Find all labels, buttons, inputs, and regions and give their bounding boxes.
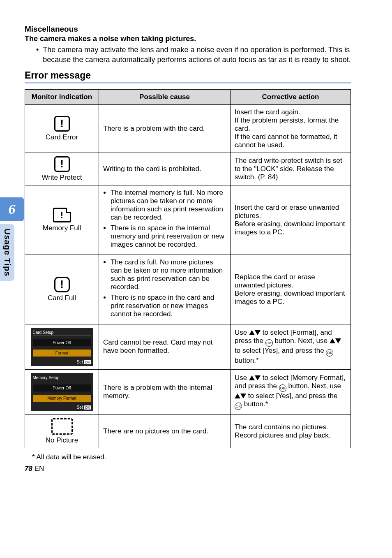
misc-bullet-text: The camera may activate the lens and mak… xyxy=(43,45,351,65)
cause-text: Card cannot be read. Card may not have b… xyxy=(99,324,231,369)
page-lang: EN xyxy=(35,465,44,472)
misc-bullet: • The camera may activate the lens and m… xyxy=(36,45,351,65)
warning-memory-icon: ! xyxy=(53,208,71,222)
footnote: * All data will be erased. xyxy=(32,453,351,461)
page-footer: 78 EN xyxy=(25,465,44,473)
screen-row: Power Off xyxy=(33,339,91,346)
action-text: Use to select [Format], and press the OK… xyxy=(231,324,351,369)
table-row: ! Write Protect Writing to the card is p… xyxy=(25,153,351,185)
cause-text: There is a problem with the internal mem… xyxy=(99,369,231,414)
bullet-icon: • xyxy=(36,45,39,65)
memory-setup-screen-icon: Memory Setup Power Off Memory Format Set… xyxy=(31,373,93,411)
monitor-label: No Picture xyxy=(46,436,78,445)
up-triangle-icon xyxy=(330,338,335,343)
screen-row-selected: Memory Format xyxy=(33,395,91,402)
cause-text: The internal memory is full. No more pic… xyxy=(99,185,231,255)
misc-heading: Miscellaneous xyxy=(25,25,351,34)
down-triangle-icon xyxy=(240,394,246,398)
col-header-monitor: Monitor indication xyxy=(25,89,99,104)
side-chapter-tab: 6 Usage Tips xyxy=(0,197,24,281)
action-text: The card write-protect switch is set to … xyxy=(231,153,351,185)
action-text: Replace the card or erase unwanted pictu… xyxy=(231,255,351,324)
cause-text: The card is full. No more pictures can b… xyxy=(99,255,231,324)
card-setup-screen-icon: Card Setup Power Off Format Set OK xyxy=(31,328,93,366)
warning-card-icon: ! xyxy=(54,277,70,292)
table-row: ! Memory Full The internal memory is ful… xyxy=(25,185,351,255)
cause-text: Writing to the card is prohibited. xyxy=(99,153,231,185)
down-triangle-icon xyxy=(335,338,341,343)
screen-foot-label: Set xyxy=(77,405,83,410)
monitor-label: Write Protect xyxy=(42,174,82,182)
warning-card-icon: ! xyxy=(54,156,70,172)
monitor-label: Memory Full xyxy=(43,224,81,232)
screen-title: Memory Setup xyxy=(33,375,60,380)
page-number: 78 xyxy=(25,465,32,472)
monitor-label: Card Full xyxy=(48,294,76,302)
col-header-cause: Possible cause xyxy=(99,89,231,104)
action-text: Insert the card again. If the problem pe… xyxy=(231,104,351,153)
down-triangle-icon xyxy=(255,330,261,335)
chapter-number: 6 xyxy=(0,197,24,221)
warning-card-icon: ! xyxy=(54,116,70,132)
up-triangle-icon xyxy=(249,330,255,335)
no-picture-icon xyxy=(51,418,73,435)
cause-text: There are no pictures on the card. xyxy=(99,414,231,448)
monitor-label: Card Error xyxy=(46,133,78,141)
table-row: ! Card Error There is a problem with the… xyxy=(25,104,351,153)
col-header-action: Corrective action xyxy=(231,89,351,104)
up-triangle-icon xyxy=(249,375,255,380)
up-triangle-icon xyxy=(235,394,240,398)
ok-pill-icon: OK xyxy=(84,405,91,410)
screen-row-selected: Format xyxy=(33,350,91,357)
ok-button-icon: OK xyxy=(235,403,242,410)
action-text: Use to select [Memory Format], and press… xyxy=(231,369,351,414)
screen-title: Card Setup xyxy=(33,330,54,335)
misc-subhead: The camera makes a noise when taking pic… xyxy=(25,35,351,43)
table-row: No Picture There are no pictures on the … xyxy=(25,414,351,448)
down-triangle-icon xyxy=(255,375,261,380)
action-text: Insert the card or erase unwanted pictur… xyxy=(231,185,351,255)
error-table: Monitor indication Possible cause Correc… xyxy=(25,89,351,448)
chapter-label-tab: Usage Tips xyxy=(0,224,14,281)
table-row: Memory Setup Power Off Memory Format Set… xyxy=(25,369,351,414)
ok-button-icon: OK xyxy=(265,339,273,347)
ok-pill-icon: OK xyxy=(84,360,91,364)
table-row: Card Setup Power Off Format Set OK Card … xyxy=(25,324,351,369)
screen-foot-label: Set xyxy=(77,360,83,364)
cause-item: There is no space in the card and print … xyxy=(111,294,226,318)
ok-button-icon: OK xyxy=(326,349,333,357)
chapter-label: Usage Tips xyxy=(2,229,12,276)
cause-item: The card is full. No more pictures can b… xyxy=(111,258,226,291)
cause-item: The internal memory is full. No more pic… xyxy=(111,189,226,222)
table-row: ! Card Full The card is full. No more pi… xyxy=(25,255,351,324)
action-text: The card contains no pictures. Record pi… xyxy=(231,414,351,448)
screen-row: Power Off xyxy=(33,384,91,391)
error-message-title: Error message xyxy=(25,70,351,83)
cause-text: There is a problem with the card. xyxy=(99,104,231,153)
ok-button-icon: OK xyxy=(279,384,286,392)
cause-item: There is no space in the internal memory… xyxy=(111,224,226,249)
